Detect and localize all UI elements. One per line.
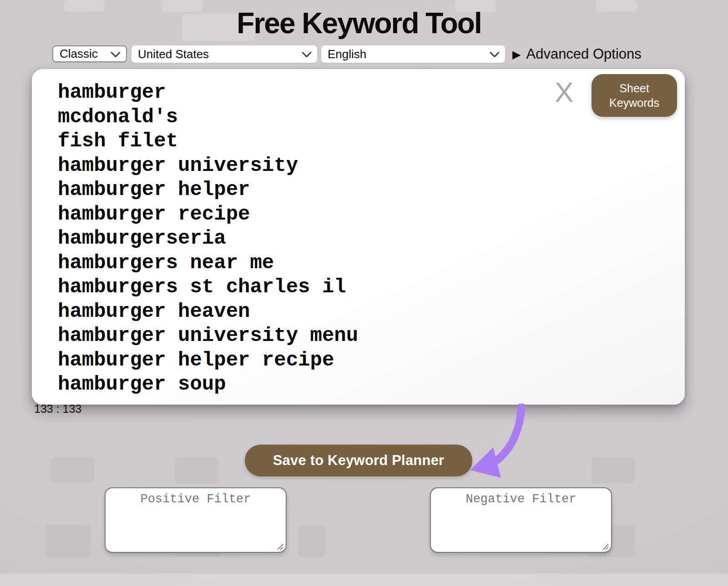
ghost-tile <box>592 457 635 483</box>
sheet-keywords-button[interactable]: Sheet Keywords <box>592 74 677 117</box>
page-title: Free Keyword Tool <box>0 6 718 40</box>
keywords-panel: hamburger mcdonald's fish filet hamburge… <box>32 69 685 405</box>
keyword-count: 133 : 133 <box>34 402 81 416</box>
ghost-tile <box>175 457 218 483</box>
positive-filter-input[interactable] <box>105 487 287 553</box>
chevron-down-icon <box>111 51 121 57</box>
negative-filter-input[interactable] <box>430 487 612 553</box>
mode-select-value: Classic <box>60 47 98 61</box>
country-select-value: United States <box>138 47 209 61</box>
save-to-keyword-planner-button[interactable]: Save to Keyword Planner <box>245 445 472 476</box>
negative-filter-wrap <box>430 487 612 553</box>
advanced-options-toggle[interactable]: ▶ Advanced Options <box>512 45 642 63</box>
ghost-tile <box>51 457 94 483</box>
positive-filter-wrap <box>105 487 287 553</box>
triangle-right-icon: ▶ <box>512 48 521 61</box>
ghost-tile <box>46 525 91 557</box>
chevron-down-icon <box>490 52 500 58</box>
language-select[interactable]: English <box>321 45 505 63</box>
mode-select[interactable]: Classic <box>52 45 127 62</box>
ghost-tile <box>298 525 325 557</box>
country-select[interactable]: United States <box>131 45 317 63</box>
language-select-value: English <box>328 47 366 61</box>
free-keyword-tool-page: Free Keyword Tool Classic United States … <box>0 0 728 586</box>
keywords-textarea[interactable]: hamburger mcdonald's fish filet hamburge… <box>58 80 581 399</box>
chevron-down-icon <box>302 52 312 58</box>
clear-keywords-button[interactable]: X <box>548 77 580 107</box>
advanced-options-label: Advanced Options <box>526 46 641 62</box>
bottom-strip <box>0 574 728 586</box>
